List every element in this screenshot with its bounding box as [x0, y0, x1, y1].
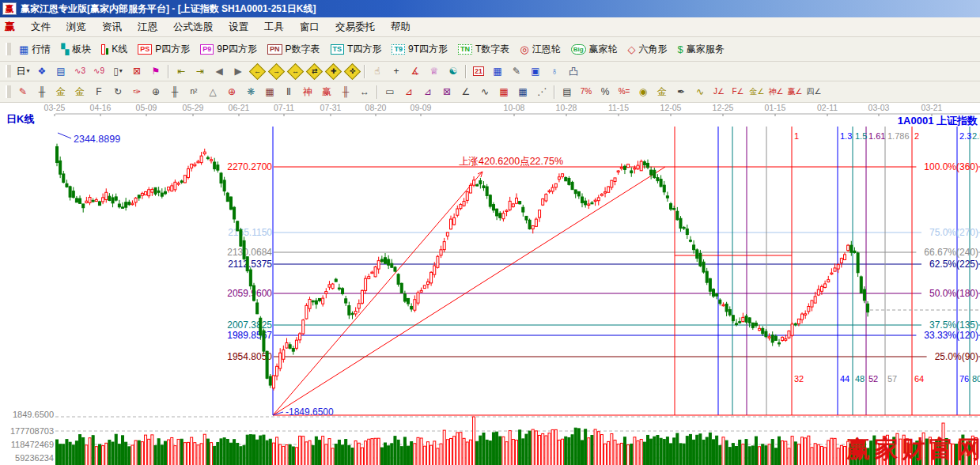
mind-icon[interactable]: ☯ [444, 63, 463, 80]
winner-wheel-button[interactable]: Big赢家轮 [566, 40, 622, 59]
period-day-dropdown[interactable]: 日▾ [13, 63, 32, 80]
target-red-icon[interactable]: ⊕ [222, 84, 241, 100]
quote-marks-icon[interactable]: Ⅱ [279, 84, 298, 100]
gann-wheel-button[interactable]: ◎江恩轮 [515, 40, 565, 59]
n2-icon[interactable]: n² [184, 84, 203, 100]
gann-crown-icon[interactable]: ♕ [425, 63, 444, 80]
percent-icon[interactable]: % [596, 84, 615, 100]
candle-style-dropdown[interactable]: ▯▾ [108, 63, 127, 80]
zoom-in-h-icon[interactable]: ⇄ [305, 63, 324, 80]
gold-angle-icon[interactable]: 金∠ [747, 84, 766, 100]
pan-left-icon[interactable]: ← [248, 63, 267, 80]
p-number-button[interactable]: PNP数字表 [263, 40, 325, 59]
ruler2-icon[interactable]: ╫ [165, 84, 184, 100]
clipboard-icon[interactable]: ▤ [51, 63, 70, 80]
percent-red-icon[interactable]: 7% [577, 84, 596, 100]
menu-formula-picker[interactable]: 公式选股 [165, 18, 221, 36]
four-angle-icon[interactable]: 四∠ [804, 84, 823, 100]
compress-all-icon[interactable]: ✚ [324, 63, 342, 80]
expand-all-icon[interactable]: ✜ [342, 63, 361, 80]
p9-square-button[interactable]: P99P四方形 [195, 40, 262, 59]
save-icon[interactable]: ▣ [526, 63, 545, 80]
fractal-icon[interactable]: ⊠ [127, 63, 146, 80]
print-icon[interactable]: 凸 [564, 63, 583, 80]
crosshair-icon[interactable]: + [387, 63, 406, 80]
percent-ruler-icon[interactable]: ▤ [558, 84, 577, 100]
circle-ruler-icon[interactable]: ⊕ [146, 84, 165, 100]
t-number-button[interactable]: TNT数字表 [453, 40, 514, 59]
snow-grid-icon[interactable]: ❋ [241, 84, 260, 100]
menu-browse[interactable]: 浏览 [59, 18, 94, 36]
f-grid-icon[interactable]: F [89, 84, 108, 100]
zoom-out-h-icon[interactable]: ↔ [286, 63, 305, 80]
menu-tools[interactable]: 工具 [256, 18, 292, 36]
menu-trade[interactable]: 交易委托 [327, 18, 383, 36]
sectors-button[interactable]: ▚板块 [56, 40, 96, 59]
shen-angle-icon[interactable]: 神∠ [766, 84, 785, 100]
tick-ruler-icon[interactable]: ╫ [32, 84, 51, 100]
winner-service-button[interactable]: $赢家服务 [673, 40, 729, 59]
next-bar-icon[interactable]: ▶ [229, 63, 248, 80]
pattern-window-icon[interactable]: ❖ [32, 63, 51, 80]
calculator-icon[interactable]: ▦ [488, 63, 507, 80]
grid-blue-icon[interactable]: ▦ [513, 84, 532, 100]
gold-grid-icon[interactable]: 金 [51, 84, 70, 100]
hexagon-button[interactable]: ◇六角形 [623, 40, 672, 59]
wave-check-icon[interactable]: ∿ [475, 84, 494, 100]
brush-tool-icon[interactable]: ✎ [13, 84, 32, 100]
hand-tool-icon[interactable]: ☝ [368, 63, 387, 80]
first-bar-icon[interactable]: ⇤ [172, 63, 191, 80]
gold-circle-icon[interactable]: ◉ [634, 84, 653, 100]
angle-lines-icon[interactable]: ∠ [456, 84, 475, 100]
candle-body [824, 284, 827, 287]
menu-help[interactable]: 帮助 [383, 18, 418, 36]
wave-9-icon[interactable]: ∿9 [89, 63, 108, 80]
grid-red-icon[interactable]: ▦ [494, 84, 513, 100]
spiral-icon[interactable]: ↻ [108, 84, 127, 100]
notes-icon[interactable]: ✎ [507, 63, 526, 80]
kline-button[interactable]: K线 [96, 40, 132, 59]
percent-line-icon[interactable]: %= [615, 84, 634, 100]
ying-grid-icon[interactable]: 赢 [317, 84, 336, 100]
chart-area[interactable]: 03-2504-1605-0905-2906-2107-1107-3108-20… [0, 103, 980, 465]
volume-bar [522, 439, 524, 465]
prev-bar-icon[interactable]: ◀ [210, 63, 229, 80]
box-grid-icon[interactable]: ▦ [260, 84, 279, 100]
gold-grid2-icon[interactable]: 金 [70, 84, 89, 100]
gold-level-icon[interactable]: 金 [653, 84, 672, 100]
menu-window[interactable]: 窗口 [292, 18, 327, 36]
prism-icon[interactable]: △ [203, 84, 222, 100]
t9-square-button[interactable]: T99T四方形 [387, 40, 452, 59]
pan-right-icon[interactable]: → [267, 63, 286, 80]
fan-red-icon[interactable]: ⊿ [399, 84, 418, 100]
shen-grid-icon[interactable]: 神 [298, 84, 317, 100]
p-square-button[interactable]: PSP四方形 [133, 40, 195, 59]
red-pen-icon[interactable]: ✑ [127, 84, 146, 100]
gold-wave-icon[interactable]: ∿ [691, 84, 709, 100]
quotes-button[interactable]: ▦行情 [14, 40, 55, 59]
color-histogram-icon[interactable]: ⚑ [146, 63, 165, 80]
rect-tool-icon[interactable]: ▭ [380, 84, 399, 100]
f-angle-icon[interactable]: F∠ [728, 84, 747, 100]
volume-bar [502, 437, 505, 465]
calendar-21-icon[interactable]: 21 [469, 63, 488, 80]
ink-pen-icon[interactable]: ✒ [672, 84, 691, 100]
web-globe-icon[interactable]: ♁ [545, 63, 564, 80]
last-bar-icon[interactable]: ⇥ [191, 63, 210, 80]
j-angle-icon[interactable]: J∠ [709, 84, 728, 100]
menu-info[interactable]: 资讯 [94, 18, 130, 36]
ying-angle-icon[interactable]: 赢∠ [785, 84, 804, 100]
fan-purple-icon[interactable]: ⊿ [418, 84, 437, 100]
menu-gann[interactable]: 江恩 [130, 18, 165, 36]
menu-settings[interactable]: 设置 [221, 18, 256, 36]
span-arrow-icon[interactable]: ↔ [355, 84, 374, 100]
fan-net-icon[interactable]: ⊠ [437, 84, 456, 100]
title-bar[interactable]: 赢 赢家江恩专业版[赢家内部服务平台] - [上证指数 SH1A0001-251… [0, 0, 980, 17]
menu-file[interactable]: 文件 [23, 18, 59, 36]
wave-3-icon[interactable]: ∿3 [70, 63, 89, 80]
gold-wave-icon: ∿ [696, 87, 704, 96]
ruler-123-icon[interactable]: ╫ [336, 84, 355, 100]
slash-lines-icon[interactable]: ⋰ [532, 84, 551, 100]
t-square-button[interactable]: TST四方形 [326, 40, 387, 59]
angle-measure-icon[interactable]: ∡ [406, 63, 425, 80]
